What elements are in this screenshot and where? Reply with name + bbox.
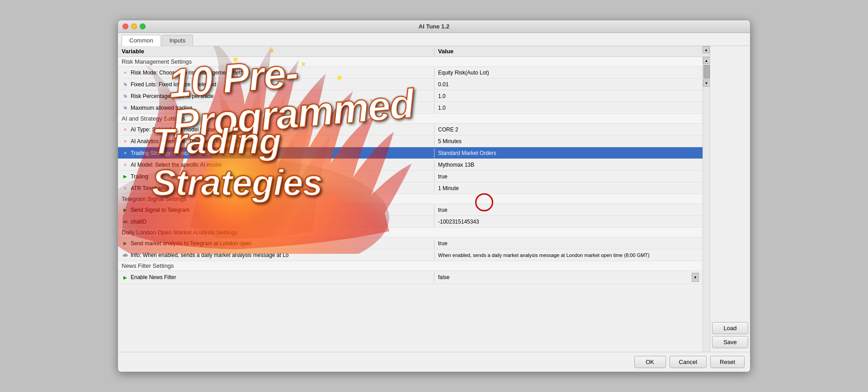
section-news-filter: News Filter Settings [118,261,703,271]
tab-inputs[interactable]: Inputs [162,35,193,46]
main-window: AI Tune 1.2 Common Inputs Variable Value… [118,20,750,372]
row-variable: ▶ Trailing [118,172,434,182]
title-bar: AI Tune 1.2 [118,20,750,33]
row-variable: ½ Fixed Lots: Fixed lot size if selected [118,79,434,89]
table-row[interactable]: ▶ Trailing true [118,171,703,182]
eq-icon: ≡ [122,138,129,145]
ab-icon: ab [122,252,129,258]
row-value: 1.0 [434,103,703,113]
table-body: Risk Management Settings ≡ Risk Mode: Ch… [118,57,703,352]
table-row[interactable]: ½ Maximum allowed trading... 1.0 [118,102,703,114]
row-value: 1.0 [434,91,703,101]
scroll-up-btn[interactable]: ▲ [703,46,710,53]
row-value: true [434,172,703,182]
reset-button[interactable]: Reset [710,356,745,368]
row-variable: ≡ Trading Strategy: Select the trading s… [118,148,434,158]
bottom-bar: OK Cancel Reset [118,352,750,372]
table-row[interactable]: ≡ ATR Timeframe 1 Minute [118,182,703,194]
table-row[interactable]: ≡ AI Analytics Timeframe: Timeframe for … [118,135,703,147]
row-variable: ≡ Risk Mode: Choose the risk management … [118,68,434,78]
content-area: Variable Value ▲ Risk Management Setting… [118,46,750,352]
half-icon: ½ [122,93,129,99]
row-variable: ≡ AI Analytics Timeframe: Timeframe for … [118,136,434,146]
arrow-icon: ▶ [122,173,129,180]
tab-common[interactable]: Common [122,35,161,46]
ab-icon: ab [122,219,129,225]
row-value: Equity Risk(Auto Lot) [434,68,703,78]
eq-icon: ≡ [122,150,129,156]
table-row[interactable]: ab chatID -1002315145343 [118,216,703,228]
close-button[interactable] [123,23,128,29]
table-row[interactable]: ≡ Risk Mode: Choose the risk management … [118,67,703,79]
eq-icon: ≡ [122,70,129,76]
row-variable: ab Info: When enabled, sends a daily mar… [118,250,434,260]
table-row[interactable]: ≡ AI Model: Select the specific AI model… [118,159,703,171]
table-row[interactable]: ▶ Send Signal to Telegram true [118,204,703,216]
header-value: Value [434,46,703,56]
row-variable: ½ Maximum allowed trading... [118,103,434,113]
half-icon: ½ [122,81,129,88]
dropdown-container: false ▼ [438,273,699,282]
row-value: Mythomax 13B [434,160,703,170]
load-button[interactable]: Load [712,322,748,334]
table-row[interactable]: ½ Fixed Lots: Fixed lot size if selected… [118,79,703,90]
eq-icon: ≡ [122,162,129,168]
table-row[interactable]: ab Info: When enabled, sends a daily mar… [118,249,703,261]
arrow-icon: ▶ [122,207,129,213]
row-value: CORE 2 [434,125,703,135]
table-header: Variable Value ▲ [118,46,710,57]
eq-icon: ≡ [122,185,129,191]
row-variable: ≡ ATR Timeframe [118,183,434,193]
half-icon: ½ [122,105,129,111]
scrollbar-thumb[interactable] [703,65,710,79]
eq-icon: ≡ [122,126,129,133]
scroll-down-button[interactable]: ▼ [703,79,710,87]
row-value: Standard Market Orders [434,148,703,158]
section-risk-management: Risk Management Settings [118,57,703,67]
arrow-icon: ▶ [122,274,129,280]
table-row[interactable]: ▶ Enable News Filter false ▼ [118,271,703,284]
header-variable: Variable [118,46,434,56]
row-value: true [434,205,703,215]
scroll-up-button[interactable]: ▲ [703,57,710,64]
section-ai-strategy: AI and Strategy Settings [118,114,703,124]
row-value: 5 Minutes [434,136,703,146]
row-variable: ▶ Send Signal to Telegram [118,205,434,215]
row-variable: ≡ AI Type: Select the AI model to use [118,125,434,135]
save-button[interactable]: Save [712,336,748,348]
section-london-open: Daily London Open Market Analysis Settin… [118,228,703,238]
scrollbar[interactable]: ▲ ▼ [703,57,710,352]
row-value: false ▼ [434,271,703,284]
table-row[interactable]: ▶ Send market analysis to Telegram at Lo… [118,238,703,249]
settings-table: Variable Value ▲ Risk Management Setting… [118,46,710,352]
minimize-button[interactable] [131,23,137,29]
maximize-button[interactable] [140,23,146,29]
table-row[interactable]: ≡ AI Type: Select the AI model to use CO… [118,124,703,135]
row-value: When enabled, sends a daily market analy… [434,251,703,260]
section-telegram: Telegram Signal Settings [118,194,703,204]
arrow-icon: ▶ [122,240,129,247]
traffic-lights [123,23,146,29]
ok-button[interactable]: OK [634,356,666,368]
row-variable: ▶ Send market analysis to Telegram at Lo… [118,238,434,248]
row-variable: ½ Risk Percentage: Risk % per trade [118,91,434,101]
cancel-button[interactable]: Cancel [670,356,707,368]
dropdown-arrow-icon[interactable]: ▼ [692,273,699,282]
table-row[interactable]: ½ Risk Percentage: Risk % per trade 1.0 [118,90,703,102]
row-value: -1002315145343 [434,217,703,227]
right-sidebar: Load Save [710,46,750,352]
row-value: 0.01 [434,79,703,89]
row-value: 1 Minute [434,183,703,193]
row-value: true [434,238,703,248]
window-title: AI Tune 1.2 [123,23,745,30]
table-row-selected[interactable]: ≡ Trading Strategy: Select the trading s… [118,147,703,159]
tab-bar: Common Inputs [118,33,750,46]
row-variable: ≡ AI Model: Select the specific AI model [118,160,434,170]
row-variable: ▶ Enable News Filter [118,272,434,282]
row-variable: ab chatID [118,217,434,227]
